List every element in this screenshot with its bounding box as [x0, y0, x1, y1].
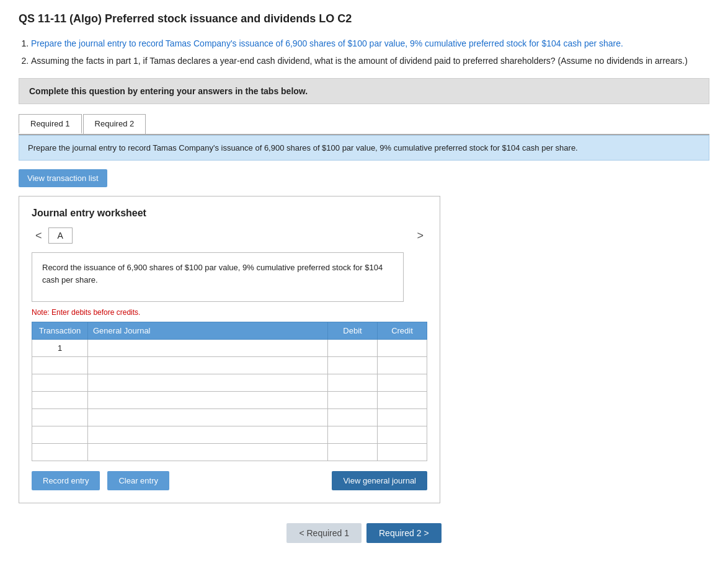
journal-cell[interactable] [88, 444, 328, 461]
tab-required-2[interactable]: Required 2 [83, 114, 146, 134]
nav-prev-arrow[interactable]: < [32, 229, 46, 242]
debit-input[interactable] [328, 357, 377, 374]
nav-next-arrow[interactable]: > [413, 229, 427, 242]
nav-tab-a[interactable]: A [48, 227, 73, 244]
journal-input[interactable] [88, 374, 327, 391]
worksheet-title: Journal entry worksheet [32, 208, 427, 219]
table-row [32, 444, 427, 461]
bottom-next-button[interactable]: Required 2 > [366, 523, 442, 543]
debit-cell[interactable] [328, 340, 378, 357]
journal-table: Transaction General Journal Debit Credit… [32, 322, 427, 461]
worksheet-buttons: Record entry Clear entry View general jo… [32, 471, 427, 490]
journal-input[interactable] [88, 357, 327, 374]
debit-input[interactable] [328, 426, 377, 443]
col-header-debit: Debit [328, 322, 378, 340]
credit-cell[interactable] [378, 392, 427, 409]
transaction-cell [32, 357, 88, 374]
transaction-cell: 1 [32, 340, 88, 357]
col-header-credit: Credit [378, 322, 427, 340]
transaction-cell [32, 444, 88, 461]
table-row [32, 374, 427, 392]
debit-cell[interactable] [328, 374, 378, 392]
col-header-journal: General Journal [88, 322, 328, 340]
debit-cell[interactable] [328, 357, 378, 374]
journal-cell[interactable] [88, 392, 328, 409]
debit-input[interactable] [328, 392, 377, 408]
credit-input[interactable] [378, 340, 427, 356]
table-row [32, 392, 427, 409]
credit-cell[interactable] [378, 340, 427, 357]
journal-input[interactable] [88, 426, 327, 443]
journal-cell[interactable] [88, 409, 328, 426]
transaction-cell [32, 409, 88, 426]
debit-input[interactable] [328, 444, 377, 461]
transaction-cell [32, 426, 88, 444]
view-transaction-button[interactable]: View transaction list [19, 169, 107, 187]
debit-input[interactable] [328, 340, 377, 356]
credit-input[interactable] [378, 444, 427, 461]
debit-cell[interactable] [328, 444, 378, 461]
debit-input[interactable] [328, 409, 377, 426]
complete-instruction: Complete this question by entering your … [19, 78, 709, 104]
table-row [32, 357, 427, 374]
col-header-transaction: Transaction [32, 322, 88, 340]
question-2: Assuming the facts in part 1, if Tamas d… [31, 54, 709, 68]
credit-input[interactable] [378, 357, 427, 374]
transaction-cell [32, 374, 88, 392]
bottom-navigation: < Required 1 Required 2 > [19, 523, 709, 543]
question-section: Prepare the journal entry to record Tama… [19, 37, 709, 68]
journal-input[interactable] [88, 409, 327, 426]
debit-input[interactable] [328, 374, 377, 391]
credit-cell[interactable] [378, 374, 427, 392]
journal-input[interactable] [88, 444, 327, 461]
transaction-cell [32, 392, 88, 409]
view-general-journal-button[interactable]: View general journal [332, 471, 427, 490]
journal-entry-worksheet: Journal entry worksheet < A > Record the… [19, 196, 440, 503]
credit-cell[interactable] [378, 426, 427, 444]
clear-entry-button[interactable]: Clear entry [107, 471, 169, 490]
table-row: 1 [32, 340, 427, 357]
journal-input[interactable] [88, 340, 327, 356]
credit-cell[interactable] [378, 444, 427, 461]
credit-input[interactable] [378, 409, 427, 426]
credit-input[interactable] [378, 426, 427, 443]
journal-cell[interactable] [88, 340, 328, 357]
table-row [32, 426, 427, 444]
worksheet-nav-row: < A > [32, 227, 427, 244]
journal-cell[interactable] [88, 426, 328, 444]
credit-cell[interactable] [378, 409, 427, 426]
record-description: Record the issuance of 6,900 shares of $… [32, 252, 404, 302]
journal-input[interactable] [88, 392, 327, 408]
credit-cell[interactable] [378, 357, 427, 374]
debit-cell[interactable] [328, 392, 378, 409]
record-entry-button[interactable]: Record entry [32, 471, 100, 490]
instruction-bar: Prepare the journal entry to record Tama… [19, 135, 709, 161]
credit-input[interactable] [378, 374, 427, 391]
journal-cell[interactable] [88, 374, 328, 392]
debit-cell[interactable] [328, 426, 378, 444]
journal-cell[interactable] [88, 357, 328, 374]
table-row [32, 409, 427, 426]
bottom-prev-button[interactable]: < Required 1 [286, 523, 362, 543]
question-1: Prepare the journal entry to record Tama… [31, 37, 709, 50]
debit-cell[interactable] [328, 409, 378, 426]
note-text: Note: Enter debits before credits. [32, 308, 427, 317]
tab-required-1[interactable]: Required 1 [19, 114, 82, 134]
page-title: QS 11-11 (Algo) Preferred stock issuance… [19, 12, 709, 25]
credit-input[interactable] [378, 392, 427, 408]
tabs-row: Required 1 Required 2 [19, 114, 709, 135]
